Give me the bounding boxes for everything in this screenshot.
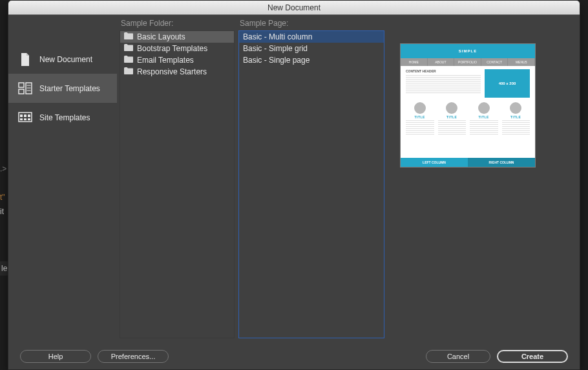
page-row[interactable]: Basic - Simple grid	[239, 43, 384, 54]
svg-rect-12	[28, 118, 30, 120]
folder-row[interactable]: Bootstrap Templates	[120, 43, 234, 54]
folder-icon	[124, 32, 133, 41]
preview-column: TITLE	[438, 102, 467, 135]
svg-rect-7	[20, 114, 23, 117]
dialog-body: New Document Starter Templates	[8, 15, 580, 369]
preview-column: TITLE	[470, 102, 498, 135]
folder-row-label: Email Templates	[137, 56, 194, 65]
dialog-bottom-bar: Help Preferences... Cancel Create	[8, 345, 580, 369]
page-row-label: Basic - Multi column	[243, 32, 312, 41]
help-button[interactable]: Help	[20, 350, 91, 363]
cancel-button[interactable]: Cancel	[426, 350, 490, 363]
svg-rect-11	[24, 118, 26, 120]
preview-nav-item: MENU5	[508, 58, 535, 66]
preview-columns: TITLE TITLE TITLE TITLE	[401, 100, 535, 136]
sidebar-item-label: Site Templates	[39, 113, 90, 122]
preview-column: TITLE	[502, 102, 530, 135]
sample-page-label: Sample Page:	[240, 19, 384, 28]
preview-nav-item: PORTFOLIO	[454, 58, 481, 66]
preview-area: SIMPLE HOME ABOUT PORTFOLIO CONTACT MENU…	[388, 19, 576, 338]
preview-header: SIMPLE	[401, 44, 535, 58]
svg-rect-9	[28, 114, 30, 117]
page-row[interactable]: Basic - Multi column	[239, 31, 384, 43]
folder-row-label: Bootstrap Templates	[137, 44, 207, 53]
sidebar-item-new-document[interactable]: New Document	[8, 45, 117, 74]
folder-icon	[124, 56, 133, 65]
sidebar-item-starter-templates[interactable]: Starter Templates	[8, 74, 117, 103]
preview-nav-item: ABOUT	[428, 58, 455, 66]
svg-rect-1	[19, 89, 24, 94]
svg-rect-0	[19, 83, 24, 87]
preview-content: CONTENT HEADER 400 x 200	[401, 66, 535, 100]
circle-icon	[478, 102, 490, 114]
preview-footer: LEFT COLUMN RIGHT COLUMN	[401, 158, 535, 167]
folder-row[interactable]: Responsive Starters	[120, 66, 234, 78]
folder-row-label: Basic Layouts	[137, 32, 185, 41]
circle-icon	[446, 102, 457, 114]
preview-text-block: CONTENT HEADER	[406, 69, 481, 98]
preview-placeholder-lines	[406, 75, 481, 94]
preview-content-header: CONTENT HEADER	[406, 69, 481, 73]
sample-folder-column: Sample Folder: Basic Layouts Bootstrap T…	[120, 19, 235, 338]
preferences-button[interactable]: Preferences...	[98, 350, 169, 363]
preview-nav-item: CONTACT	[481, 58, 509, 66]
starter-templates-icon	[17, 81, 33, 96]
preview-column: TITLE	[406, 102, 434, 135]
center-columns: Sample Folder: Basic Layouts Bootstrap T…	[117, 15, 580, 338]
folder-row-label: Responsive Starters	[137, 67, 207, 76]
sidebar-item-label: Starter Templates	[39, 84, 100, 93]
document-icon	[17, 52, 33, 67]
circle-icon	[414, 102, 426, 114]
sidebar-item-label: New Document	[39, 55, 92, 64]
page-row-label: Basic - Single page	[243, 56, 310, 65]
folder-icon	[124, 44, 133, 53]
svg-rect-10	[20, 118, 23, 120]
preview-nav: HOME ABOUT PORTFOLIO CONTACT MENU5	[401, 58, 535, 66]
sample-page-listbox[interactable]: Basic - Multi column Basic - Simple grid…	[238, 30, 384, 338]
sample-page-column: Sample Page: Basic - Multi column Basic …	[238, 19, 384, 338]
preview-image-box: 400 x 200	[485, 69, 530, 98]
circle-icon	[510, 102, 521, 114]
preview-footer-left: LEFT COLUMN	[401, 158, 468, 167]
page-row[interactable]: Basic - Single page	[239, 54, 384, 66]
site-templates-icon	[17, 110, 33, 125]
folder-row[interactable]: Email Templates	[120, 54, 234, 66]
dialog-main: New Document Starter Templates	[8, 15, 580, 345]
sample-folder-listbox[interactable]: Basic Layouts Bootstrap Templates Email …	[120, 30, 235, 338]
sidebar-item-site-templates[interactable]: Site Templates	[8, 103, 117, 132]
svg-rect-8	[24, 114, 26, 117]
folder-row[interactable]: Basic Layouts	[120, 31, 234, 43]
dialog-title: New Document	[8, 1, 580, 15]
category-sidebar: New Document Starter Templates	[8, 15, 117, 338]
preview-footer-right: RIGHT COLUMN	[468, 158, 535, 167]
folder-icon	[124, 67, 133, 76]
create-button[interactable]: Create	[497, 350, 568, 363]
sample-folder-label: Sample Folder:	[121, 19, 235, 28]
preview-nav-item: HOME	[401, 58, 428, 66]
template-preview: SIMPLE HOME ABOUT PORTFOLIO CONTACT MENU…	[400, 43, 536, 168]
page-row-label: Basic - Simple grid	[243, 44, 308, 53]
new-document-dialog: New Document New Document	[8, 0, 580, 370]
